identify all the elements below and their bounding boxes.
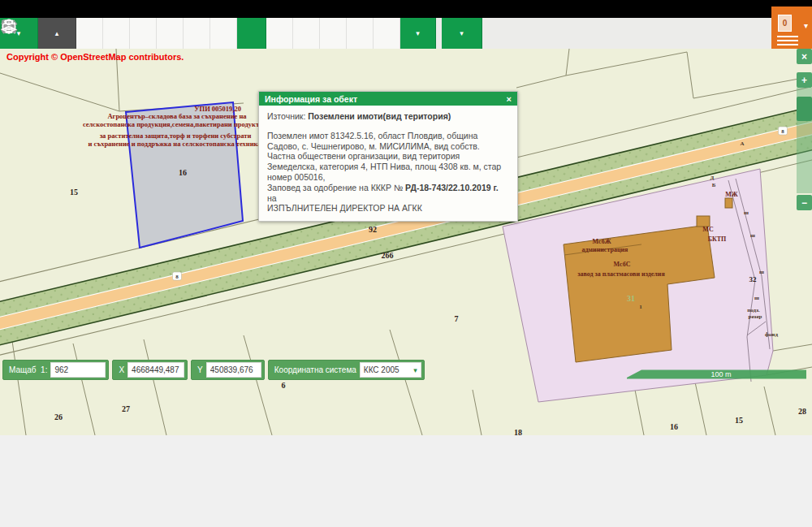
parcel-number-266: 266 bbox=[382, 251, 394, 260]
zoom-slider-track[interactable] bbox=[797, 88, 812, 193]
print-button[interactable]: ▾ bbox=[442, 18, 482, 49]
x-segment: X bbox=[112, 360, 188, 380]
parcel-number-28: 28 bbox=[798, 407, 806, 416]
parcel-number-16b: 16 bbox=[670, 422, 678, 431]
admin-building-label-1: МсбЖ bbox=[592, 238, 611, 245]
parcel-number-6: 6 bbox=[282, 381, 286, 390]
select-area-button[interactable] bbox=[374, 18, 400, 49]
parcel-desc-line4: и съхранение и поддръжка на селскостопан… bbox=[88, 140, 261, 148]
zoom-slider-plus-button[interactable]: + bbox=[797, 72, 812, 88]
label-fond: фонд bbox=[765, 331, 778, 338]
label-sh-4: ш bbox=[754, 295, 759, 301]
label-sh-2: ш bbox=[750, 232, 755, 239]
road-letter-a-east: А bbox=[740, 140, 744, 147]
measure-area-button[interactable] bbox=[320, 18, 347, 49]
building-number-1: 1 bbox=[639, 304, 642, 310]
printer-icon bbox=[0, 18, 18, 36]
map-close-button[interactable]: × bbox=[797, 49, 812, 64]
toolbar-spacer bbox=[436, 18, 442, 49]
crs-segment: Координатна система ККС 2005 ▾ bbox=[268, 360, 425, 380]
upload-button[interactable] bbox=[347, 18, 374, 49]
svg-text:8: 8 bbox=[781, 128, 784, 135]
factory-label-2: завод за пластмасови изделия bbox=[577, 270, 665, 278]
label-rezer: резер bbox=[749, 313, 762, 320]
x-coordinate-input[interactable] bbox=[127, 362, 184, 378]
parcel-desc-line2: селскостопанска продукция,семена,пакетир… bbox=[83, 120, 263, 128]
chevron-down-icon: ▾ bbox=[413, 366, 417, 374]
x-label: X bbox=[115, 365, 127, 374]
osm-copyright: Copyright © OpenStreetMap contributors. bbox=[6, 52, 184, 62]
chevron-up-icon: ▴ bbox=[55, 30, 59, 37]
scale-label: Мащаб 1: bbox=[6, 365, 50, 374]
crs-select[interactable]: ККС 2005 ▾ bbox=[360, 362, 421, 378]
object-info-popup: Информация за обект × Източник: Поземлен… bbox=[258, 91, 518, 222]
label-mj: МЖ bbox=[725, 191, 738, 198]
layer-info-button[interactable]: ▾ bbox=[400, 18, 436, 49]
parcel-number-31: 31 bbox=[627, 294, 635, 303]
identify-button[interactable] bbox=[237, 18, 266, 49]
parcel-number-15b: 15 bbox=[735, 416, 743, 425]
source-value: Поземлени имоти(вид територия) bbox=[308, 111, 451, 121]
zoom-out-button[interactable] bbox=[103, 18, 130, 49]
selection-count-badge: 0 bbox=[778, 15, 792, 32]
popup-body: Източник: Поземлени имоти(вид територия)… bbox=[259, 106, 517, 221]
zoom-in-button[interactable] bbox=[76, 18, 103, 49]
crs-label: Координатна система bbox=[271, 365, 360, 374]
label-podz: подз. bbox=[747, 307, 760, 313]
parcel-number-15: 15 bbox=[70, 188, 78, 197]
y-coordinate-input[interactable] bbox=[206, 362, 261, 378]
parcel-number-18: 18 bbox=[514, 428, 522, 435]
scalebar: 100 m bbox=[627, 370, 806, 379]
source-label: Източник: bbox=[267, 111, 305, 121]
svg-text:8: 8 bbox=[175, 274, 179, 280]
scale-input[interactable] bbox=[50, 362, 106, 378]
parcel-number-32: 32 bbox=[749, 275, 758, 283]
pan-button[interactable] bbox=[130, 18, 157, 49]
globe-button[interactable] bbox=[157, 18, 184, 49]
chevron-down-icon: ▾ bbox=[804, 21, 808, 30]
parcel-desc-line1: Агроцентър–складова база за съхранение н… bbox=[107, 112, 247, 120]
zoom-extent-out-button[interactable] bbox=[210, 18, 237, 49]
parcel-desc-line3: за растителна защита,торф и торфени субс… bbox=[100, 132, 252, 140]
road-shield-east: 8 bbox=[779, 127, 788, 135]
measure-settings-button[interactable] bbox=[266, 18, 293, 49]
scale-segment: Мащаб 1: bbox=[2, 360, 109, 380]
crs-selected-value: ККС 2005 bbox=[364, 365, 413, 374]
y-segment: Y bbox=[191, 360, 265, 380]
label-sh-1: ш bbox=[744, 210, 749, 216]
layers-button[interactable]: ▴ bbox=[38, 18, 76, 49]
parcel-number-92: 92 bbox=[369, 225, 377, 234]
selection-menu-button[interactable]: 0 ▾ bbox=[771, 6, 812, 49]
road-shield-west: 8 bbox=[173, 272, 182, 280]
popup-order-line2: ИЗПЪЛНИТЕЛЕН ДИРЕКТОР НА АГКК bbox=[267, 203, 509, 214]
popup-order-line: Заповед за одобрение на КККР № РД-18-743… bbox=[267, 183, 509, 204]
label-b: Б bbox=[712, 182, 716, 188]
popup-header: Информация за обект × bbox=[259, 92, 517, 106]
zoom-slider-minus-button[interactable]: − bbox=[797, 195, 812, 210]
close-icon[interactable]: × bbox=[507, 94, 512, 104]
y-label: Y bbox=[194, 365, 206, 374]
popup-parcel-text: Поземлен имот 81342.5.16, област Пловдив… bbox=[267, 131, 509, 183]
parcel-number-7: 7 bbox=[455, 314, 459, 323]
popup-source-line: Източник: Поземлени имоти(вид територия) bbox=[267, 111, 509, 122]
status-bar: Мащаб 1: X Y Координатна система ККС 200… bbox=[2, 360, 425, 380]
hamburger-icon bbox=[777, 36, 798, 48]
label-sh-3: ш bbox=[759, 269, 764, 275]
svg-text:100 m: 100 m bbox=[710, 370, 731, 378]
label-d: Д bbox=[710, 175, 715, 181]
label-bktp: БКТП bbox=[708, 235, 727, 243]
admin-building-label-2: администрация bbox=[582, 246, 629, 253]
zoom-extent-in-button[interactable] bbox=[184, 18, 210, 49]
chevron-down-icon: ▾ bbox=[460, 30, 464, 37]
label-ms: МС bbox=[702, 226, 714, 233]
popup-title: Информация за обект bbox=[265, 94, 507, 104]
toolbar: ▾ ▴ bbox=[0, 18, 771, 49]
factory-label-1: МсбС bbox=[614, 261, 631, 268]
parcel-number-27: 27 bbox=[122, 404, 130, 413]
parcel-number-26: 26 bbox=[54, 413, 63, 421]
measure-distance-button[interactable] bbox=[293, 18, 320, 49]
zoom-slider-handle[interactable] bbox=[797, 97, 812, 121]
chevron-down-icon: ▾ bbox=[416, 30, 420, 37]
parcel-number-16: 16 bbox=[179, 168, 187, 177]
